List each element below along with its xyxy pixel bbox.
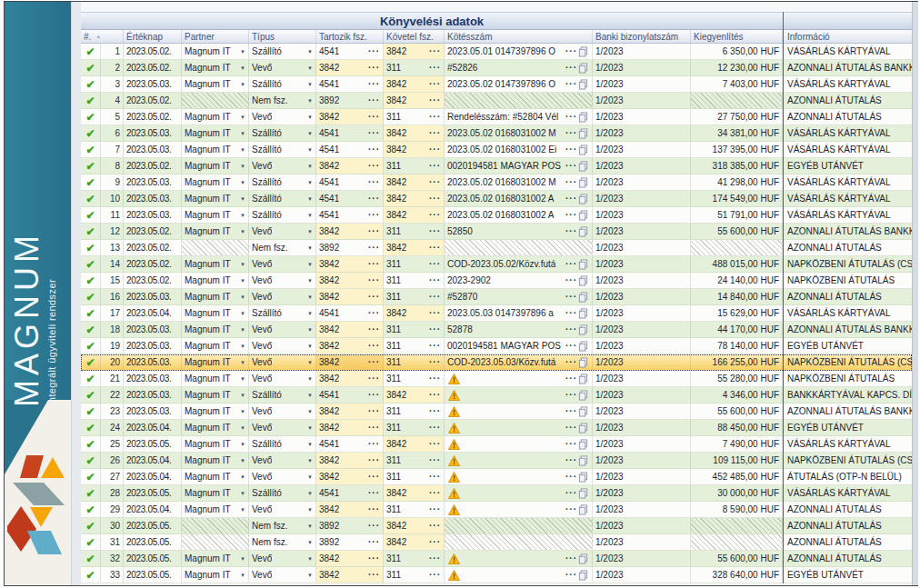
ellipsis-button[interactable]: ··· xyxy=(429,325,441,334)
ellipsis-button[interactable]: ··· xyxy=(368,456,380,465)
bond-number-cell[interactable]: 0020194581 MAGYAR POS··· xyxy=(445,158,593,174)
ellipsis-button[interactable]: ··· xyxy=(429,194,441,204)
copy-icon[interactable] xyxy=(578,46,588,57)
debit-account-cell[interactable]: 3892··· xyxy=(316,518,384,533)
ellipsis-button[interactable]: ··· xyxy=(429,227,441,236)
type-select[interactable]: Szállító▼ xyxy=(249,436,316,452)
column-header-num[interactable]: #.▲ xyxy=(81,30,124,43)
bank-voucher-cell[interactable]: 1/2023 xyxy=(593,453,691,468)
ellipsis-button[interactable]: ··· xyxy=(565,80,577,89)
type-select[interactable]: Vevő▼ xyxy=(249,551,316,566)
bank-voucher-cell[interactable]: 1/2023 xyxy=(593,174,691,190)
ellipsis-button[interactable]: ··· xyxy=(565,325,577,334)
right-scroll-strip[interactable] xyxy=(912,2,918,585)
type-select[interactable]: Vevő▼ xyxy=(249,158,316,174)
row-check-cell[interactable]: ✔ xyxy=(81,551,101,566)
ellipsis-button[interactable]: ··· xyxy=(368,47,380,56)
bond-number-cell[interactable]: 52878··· xyxy=(445,322,593,337)
ellipsis-button[interactable]: ··· xyxy=(429,211,441,220)
ellipsis-button[interactable]: ··· xyxy=(565,276,577,285)
partner-select[interactable]: Magnum IT▼ xyxy=(182,502,249,517)
type-select[interactable]: Szállító▼ xyxy=(249,305,316,321)
value-date-cell[interactable]: 2023.05.03. xyxy=(124,371,182,386)
value-date-cell[interactable]: 2023.05.03. xyxy=(124,404,182,419)
partner-select[interactable]: Magnum IT▼ xyxy=(182,207,249,223)
bank-voucher-cell[interactable]: 1/2023 xyxy=(593,125,691,141)
partner-select[interactable]: Magnum IT▼ xyxy=(182,44,249,59)
debit-account-cell[interactable]: 3892··· xyxy=(316,534,384,550)
column-header-info[interactable]: Információ xyxy=(783,30,912,43)
row-check-cell[interactable]: ✔ xyxy=(81,534,101,550)
debit-account-cell[interactable]: 4541··· xyxy=(316,174,384,190)
partner-select[interactable]: Magnum IT▼ xyxy=(182,354,249,370)
bank-voucher-cell[interactable]: 1/2023 xyxy=(593,256,691,272)
ellipsis-button[interactable]: ··· xyxy=(429,522,441,531)
type-select[interactable]: Vevő▼ xyxy=(249,256,316,272)
table-row[interactable]: ✔52023.05.02.Magnum IT▼Vevő▼3842···311··… xyxy=(81,109,912,125)
table-row[interactable]: ✔112023.05.03.Magnum IT▼Szállító▼4541···… xyxy=(81,207,912,224)
ellipsis-button[interactable]: ··· xyxy=(368,96,380,105)
copy-icon[interactable] xyxy=(578,390,588,401)
debit-account-cell[interactable]: 3892··· xyxy=(316,240,384,255)
ellipsis-button[interactable]: ··· xyxy=(368,113,380,122)
bond-number-cell[interactable] xyxy=(445,518,593,533)
debit-account-cell[interactable]: 3842··· xyxy=(316,354,384,370)
ellipsis-button[interactable]: ··· xyxy=(368,554,380,563)
copy-icon[interactable] xyxy=(578,79,588,90)
ellipsis-button[interactable]: ··· xyxy=(368,276,380,285)
ellipsis-button[interactable]: ··· xyxy=(368,211,380,220)
column-header-credit-account[interactable]: Követel fsz. xyxy=(384,30,445,43)
ellipsis-button[interactable]: ··· xyxy=(565,260,577,269)
row-check-cell[interactable]: ✔ xyxy=(81,174,101,190)
copy-icon[interactable] xyxy=(578,63,588,74)
ellipsis-button[interactable]: ··· xyxy=(429,145,441,154)
credit-account-cell[interactable]: 3842··· xyxy=(384,207,445,223)
ellipsis-button[interactable]: ··· xyxy=(565,473,577,482)
row-check-cell[interactable]: ✔ xyxy=(81,354,101,370)
ellipsis-button[interactable]: ··· xyxy=(429,276,441,285)
ellipsis-button[interactable]: ··· xyxy=(429,244,441,253)
table-row[interactable]: ✔222023.05.03.Magnum IT▼Szállító▼4541···… xyxy=(81,387,912,404)
table-row[interactable]: ✔12023.05.02.Magnum IT▼Szállító▼4541···3… xyxy=(81,44,912,60)
bond-number-cell[interactable]: 2023.05.02 0168031002 A··· xyxy=(445,191,593,206)
credit-account-cell[interactable]: 3842··· xyxy=(384,436,445,452)
value-date-cell[interactable]: 2023.05.05. xyxy=(124,551,182,566)
ellipsis-button[interactable]: ··· xyxy=(565,113,577,122)
bank-voucher-cell[interactable]: 1/2023 xyxy=(593,60,691,75)
table-row[interactable]: ✔292023.05.04.Magnum IT▼Vevő▼3842···311·… xyxy=(81,502,912,518)
row-check-cell[interactable]: ✔ xyxy=(81,502,101,517)
ellipsis-button[interactable]: ··· xyxy=(368,407,380,416)
type-select[interactable]: Vevő▼ xyxy=(249,60,316,75)
ellipsis-button[interactable]: ··· xyxy=(429,129,441,138)
type-select[interactable]: Vevő▼ xyxy=(249,567,316,583)
ellipsis-button[interactable]: ··· xyxy=(368,145,380,154)
partner-select[interactable]: Magnum IT▼ xyxy=(182,567,249,583)
copy-icon[interactable] xyxy=(578,308,588,319)
type-select[interactable]: Szállító▼ xyxy=(249,125,316,141)
bond-number-cell[interactable]: 52850··· xyxy=(445,224,593,239)
bank-voucher-cell[interactable]: 1/2023 xyxy=(593,534,691,550)
value-date-cell[interactable]: 2023.05.03. xyxy=(124,322,182,337)
ellipsis-button[interactable]: ··· xyxy=(429,424,441,433)
bank-voucher-cell[interactable]: 1/2023 xyxy=(593,404,691,419)
bond-number-cell[interactable]: 2023.05.02 0168031002 M··· xyxy=(445,174,593,190)
ellipsis-button[interactable]: ··· xyxy=(565,194,577,204)
credit-account-cell[interactable]: 311··· xyxy=(384,158,445,174)
row-check-cell[interactable]: ✔ xyxy=(81,60,101,75)
debit-account-cell[interactable]: 3842··· xyxy=(316,502,384,517)
value-date-cell[interactable]: 2023.05.04. xyxy=(124,420,182,435)
credit-account-cell[interactable]: 311··· xyxy=(384,322,445,337)
ellipsis-button[interactable]: ··· xyxy=(429,407,441,416)
credit-account-cell[interactable]: 311··· xyxy=(384,551,445,566)
ellipsis-button[interactable]: ··· xyxy=(429,489,441,498)
credit-account-cell[interactable]: 311··· xyxy=(384,453,445,468)
type-select[interactable]: Nem fsz.▼ xyxy=(249,240,316,255)
row-check-cell[interactable]: ✔ xyxy=(81,338,101,354)
type-select[interactable]: Vevő▼ xyxy=(249,354,316,370)
credit-account-cell[interactable]: 3842··· xyxy=(384,76,445,92)
ellipsis-button[interactable]: ··· xyxy=(429,96,441,105)
bank-voucher-cell[interactable]: 1/2023 xyxy=(593,158,691,174)
bond-number-cell[interactable]: ··· xyxy=(445,453,593,468)
debit-account-cell[interactable]: 4541··· xyxy=(316,125,384,141)
copy-icon[interactable] xyxy=(578,504,588,515)
